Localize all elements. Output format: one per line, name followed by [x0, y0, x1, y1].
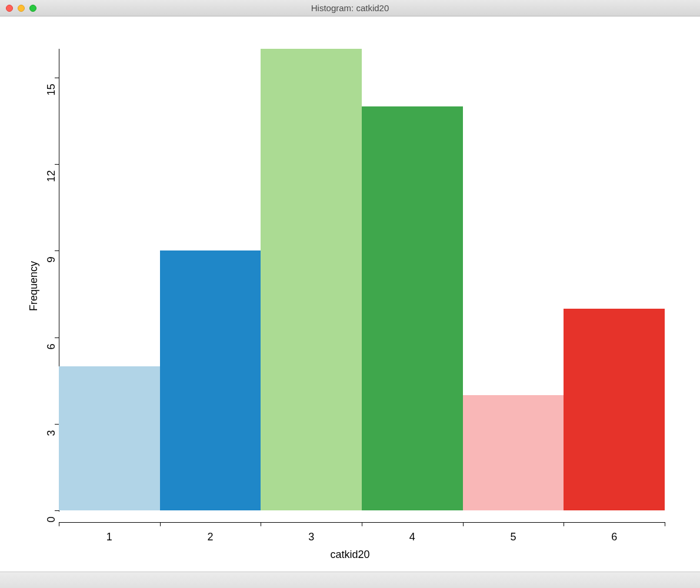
close-icon[interactable]: [6, 5, 13, 12]
maximize-icon[interactable]: [29, 5, 36, 12]
y-tick-label: 15: [45, 84, 58, 103]
y-tick: [55, 424, 59, 425]
plot-region: [59, 49, 665, 510]
x-tick: [463, 522, 464, 526]
status-bar: [0, 572, 700, 588]
x-tick: [564, 522, 564, 526]
x-tick-label: 4: [401, 531, 424, 543]
x-tick: [665, 522, 665, 526]
y-tick: [55, 510, 59, 511]
y-axis-title: Frequency: [28, 261, 40, 311]
y-tick-label: 9: [45, 257, 58, 276]
minimize-icon[interactable]: [18, 5, 25, 12]
x-tick-label: 1: [98, 531, 121, 543]
traffic-lights: [6, 5, 36, 12]
y-tick: [55, 164, 59, 165]
x-tick: [362, 522, 362, 526]
bar-4: [362, 106, 463, 510]
window-titlebar: Histogram: catkid20: [0, 0, 700, 16]
x-tick-label: 6: [602, 531, 626, 543]
y-tick-label: 6: [45, 343, 58, 362]
x-tick-label: 5: [502, 531, 525, 543]
chart-area: 03691215 123456 Frequency catkid20: [0, 16, 700, 569]
y-tick: [55, 338, 59, 338]
x-tick: [160, 522, 161, 526]
y-tick-label: 12: [45, 171, 58, 189]
bar-6: [564, 309, 665, 510]
bar-3: [261, 49, 362, 510]
y-tick: [55, 250, 59, 251]
y-tick: [55, 78, 59, 78]
bar-2: [160, 250, 261, 510]
y-tick-label: 0: [45, 517, 58, 536]
x-tick-label: 3: [299, 531, 323, 543]
x-tick: [59, 522, 59, 526]
window-title: Histogram: catkid20: [0, 3, 700, 13]
x-axis-title: catkid20: [0, 549, 700, 561]
y-tick-label: 3: [45, 430, 58, 449]
x-tick-label: 2: [199, 531, 222, 543]
bar-1: [59, 366, 160, 510]
x-tick: [261, 522, 261, 526]
bar-5: [463, 395, 564, 510]
